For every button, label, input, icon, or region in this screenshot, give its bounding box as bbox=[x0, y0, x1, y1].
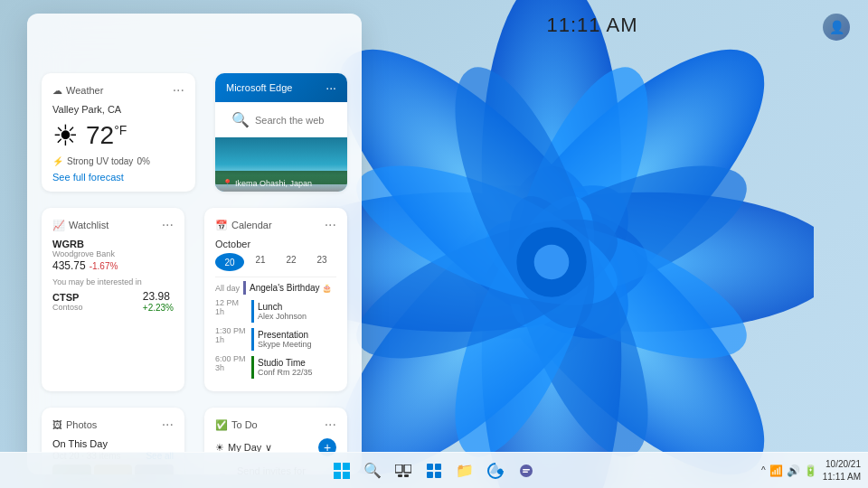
event4-duration: 3h bbox=[215, 363, 248, 372]
calendar-month: October bbox=[215, 239, 336, 249]
edge-hero-image: 📍 Ikema Ohashi, Japan bbox=[215, 137, 347, 192]
svg-rect-22 bbox=[395, 465, 402, 473]
event3-title: Presentation bbox=[258, 330, 336, 340]
edge-title: Microsoft Edge bbox=[226, 82, 292, 93]
widget-panel: ☁ Weather ··· Valley Park, CA ☀ 72°F bbox=[27, 14, 362, 474]
svg-rect-27 bbox=[435, 464, 441, 470]
taskbar-center: 🔍 📁 bbox=[329, 458, 539, 483]
event2-person: Alex Johnson bbox=[258, 312, 336, 321]
chat-button[interactable] bbox=[514, 458, 539, 483]
svg-rect-23 bbox=[404, 465, 411, 473]
sun-icon: ☀ bbox=[52, 118, 79, 153]
taskbar-datetime[interactable]: USA Today · 3 mins 10/20/21 11:11 AM bbox=[823, 458, 861, 483]
cal-day-23[interactable]: 23 bbox=[307, 253, 336, 271]
taskview-button[interactable] bbox=[391, 458, 416, 483]
interested-label: You may be interested in bbox=[52, 277, 174, 286]
stock1-price: 435.75 -1.67% bbox=[52, 259, 174, 272]
weather-temperature: 72°F bbox=[86, 121, 127, 150]
event1-type: All day bbox=[215, 284, 240, 293]
photos-header: 🖼 Photos ··· bbox=[52, 417, 174, 433]
clock-display: 11:11 AM bbox=[547, 14, 638, 37]
wifi-icon[interactable]: 📶 bbox=[769, 465, 783, 477]
edge-widget: Microsoft Edge ··· 🔍 bbox=[215, 73, 347, 192]
svg-rect-20 bbox=[334, 472, 341, 479]
taskbar-right: ^ 📶 🔊 🔋 USA Today · 3 mins 10/20/21 11:1… bbox=[761, 458, 861, 483]
stock1-value: 435.75 bbox=[52, 259, 86, 272]
event2-time: 12 PM bbox=[215, 298, 248, 307]
cloud-icon: ☁ bbox=[52, 85, 62, 97]
stock1-company: Woodgrove Bank bbox=[52, 249, 174, 258]
watchlist-title: 📈 Watchlist bbox=[52, 220, 108, 231]
system-tray: ^ 📶 🔊 🔋 bbox=[761, 465, 817, 477]
stock1-ticker: WGRB bbox=[52, 239, 174, 249]
calendar-icon: 📅 bbox=[215, 220, 228, 231]
widget-scroll-area[interactable]: ☁ Weather ··· Valley Park, CA ☀ 72°F bbox=[27, 14, 362, 474]
watchlist-menu-icon[interactable]: ··· bbox=[162, 217, 174, 233]
event-presentation: 1:30 PM 1h Presentation Skype Meeting bbox=[215, 326, 336, 352]
stock2-value: 23.98 bbox=[143, 290, 174, 303]
calendar-widget: 📅 Calendar ··· October 20 21 22 23 bbox=[204, 208, 347, 391]
photos-icon: 🖼 bbox=[52, 419, 62, 430]
battery-icon[interactable]: 🔋 bbox=[804, 465, 817, 477]
event3-time: 1:30 PM bbox=[215, 326, 248, 335]
widgets-taskbar-button[interactable] bbox=[421, 458, 447, 483]
stock-item-2: CTSP Contoso 23.98 +2.23% bbox=[52, 290, 174, 313]
volume-icon[interactable]: 🔊 bbox=[787, 465, 800, 477]
cal-day-22[interactable]: 22 bbox=[277, 253, 306, 271]
event4-title: Studio Time bbox=[258, 358, 336, 368]
weather-forecast-link[interactable]: See full forecast bbox=[52, 172, 184, 183]
svg-point-17 bbox=[534, 245, 570, 280]
weather-uv: ⚡ Strong UV today 0% bbox=[52, 156, 184, 166]
stock1-change: -1.67% bbox=[90, 261, 118, 271]
desktop: 11:11 AM 👤 ☁ Weather ··· Valley P bbox=[0, 0, 868, 488]
birthday-icon: 🎂 bbox=[322, 284, 332, 293]
stock2-ticker: CTSP bbox=[52, 292, 139, 303]
todo-header: ✅ To Do ··· bbox=[215, 417, 336, 433]
edge-search-input[interactable] bbox=[255, 115, 347, 126]
chevron-up-icon[interactable]: ^ bbox=[761, 465, 766, 475]
photos-menu-icon[interactable]: ··· bbox=[162, 417, 174, 433]
svg-rect-19 bbox=[343, 463, 350, 470]
edge-taskbar-button[interactable] bbox=[483, 458, 508, 483]
svg-rect-25 bbox=[404, 474, 409, 477]
photos-title: 🖼 Photos bbox=[52, 419, 97, 430]
weather-location: Valley Park, CA bbox=[52, 104, 184, 115]
edge-menu-icon[interactable]: ··· bbox=[326, 80, 336, 95]
calendar-title: 📅 Calendar bbox=[215, 220, 272, 231]
calendar-menu-icon[interactable]: ··· bbox=[325, 217, 336, 233]
stock2-company: Contoso bbox=[52, 303, 139, 312]
event4-details: Studio Time Conf Rm 22/35 bbox=[251, 356, 336, 379]
edge-image-overlay: 📍 Ikema Ohashi, Japan bbox=[215, 175, 347, 192]
calendar-header: 📅 Calendar ··· bbox=[215, 217, 336, 233]
cal-day-20[interactable]: 20 bbox=[215, 253, 244, 271]
cal-day-21[interactable]: 21 bbox=[246, 253, 275, 271]
event-studio: 6:00 PM 3h Studio Time Conf Rm 22/35 bbox=[215, 354, 336, 380]
taskbar-time-display: 11:11 AM bbox=[823, 471, 861, 483]
svg-rect-32 bbox=[523, 471, 528, 473]
watchlist-header: 📈 Watchlist ··· bbox=[52, 217, 174, 233]
location-icon: 📍 bbox=[222, 179, 232, 188]
edge-search-bar[interactable]: 🔍 bbox=[222, 108, 340, 132]
todo-title: ✅ To Do bbox=[215, 419, 258, 431]
bloom-wallpaper bbox=[344, 18, 796, 470]
start-button[interactable] bbox=[329, 458, 354, 483]
weather-menu-icon[interactable]: ··· bbox=[173, 82, 184, 99]
stock-item-1: WGRB Woodgrove Bank 435.75 -1.67% bbox=[52, 239, 174, 272]
event3-details: Presentation Skype Meeting bbox=[251, 328, 336, 351]
calendar-days: 20 21 22 23 bbox=[215, 253, 336, 271]
photos-section-title: On This Day bbox=[52, 438, 108, 449]
todo-menu-icon[interactable]: ··· bbox=[325, 417, 336, 433]
stock2-change: +2.23% bbox=[143, 303, 174, 313]
svg-rect-21 bbox=[343, 472, 350, 479]
taskbar-date-display: 10/20/21 bbox=[823, 458, 861, 471]
search-taskbar-button[interactable]: 🔍 bbox=[360, 458, 385, 483]
event-lunch: 12 PM 1h Lunch Alex Johnson bbox=[215, 298, 336, 324]
event3-duration: 1h bbox=[215, 335, 248, 344]
uv-icon: ⚡ bbox=[52, 156, 63, 166]
svg-rect-26 bbox=[427, 464, 433, 470]
user-avatar[interactable]: 👤 bbox=[823, 14, 850, 41]
svg-rect-24 bbox=[398, 474, 402, 477]
explorer-button[interactable]: 📁 bbox=[452, 458, 477, 483]
event2-duration: 1h bbox=[215, 307, 248, 316]
edge-image-location: 📍 Ikema Ohashi, Japan bbox=[222, 179, 340, 188]
